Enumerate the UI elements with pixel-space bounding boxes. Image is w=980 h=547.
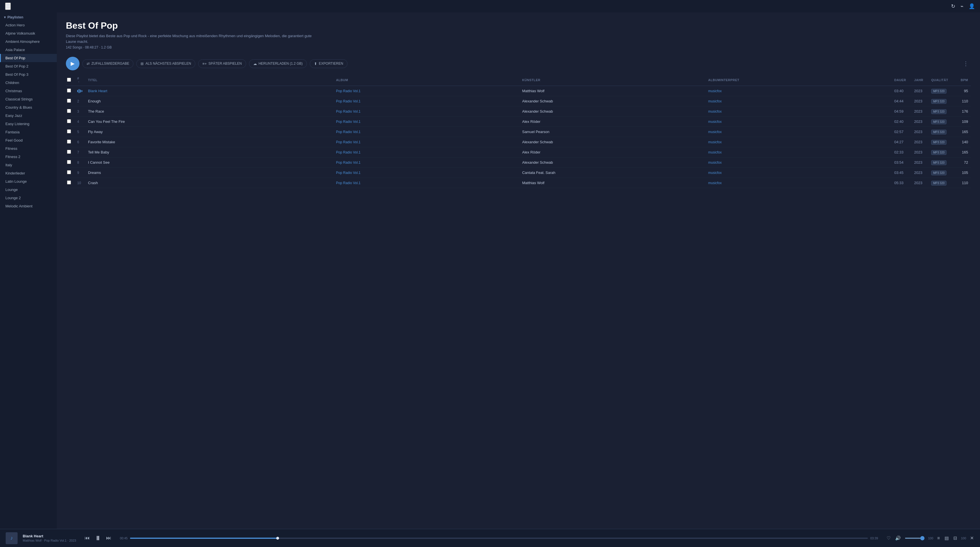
row-checkbox[interactable]: [67, 140, 71, 144]
progress-bar[interactable]: [130, 537, 868, 539]
sidebar-item-children[interactable]: Children: [0, 79, 57, 87]
col-header-quality[interactable]: QUALITÄT: [928, 75, 954, 86]
table-row[interactable]: 4Can You Feel The FirePop Radio Vol.1Ale…: [66, 117, 971, 127]
export-button[interactable]: ⬆ EXPORTIEREN: [310, 59, 347, 68]
activity-icon[interactable]: ⌁: [961, 3, 964, 10]
select-all-checkbox[interactable]: [67, 78, 71, 82]
volume-button[interactable]: 🔊: [894, 535, 901, 541]
row-checkbox[interactable]: [67, 129, 71, 133]
sidebar-item-best-of-pop-3[interactable]: Best Of Pop 3: [0, 70, 57, 79]
track-list-button[interactable]: ▤: [944, 535, 949, 541]
row-albumartist[interactable]: musicfox: [705, 96, 891, 106]
row-album[interactable]: Pop Radio Vol.1: [333, 117, 519, 127]
play-button[interactable]: ▶: [66, 57, 80, 70]
play-next-button[interactable]: ⊞ ALS NÄCHSTES ABSPIELEN: [136, 59, 195, 68]
row-checkbox[interactable]: [67, 119, 71, 123]
col-header-num[interactable]: # ↑: [75, 75, 85, 86]
row-title[interactable]: Fly Away: [85, 127, 333, 137]
sidebar-section-header[interactable]: ▾ Playlisten: [0, 13, 57, 21]
col-header-title[interactable]: TITEL: [85, 75, 333, 86]
row-albumartist[interactable]: musicfox: [705, 86, 891, 96]
row-title[interactable]: Blank Heart: [85, 86, 333, 96]
menu-button[interactable]: ☰: [5, 3, 11, 10]
row-album[interactable]: Pop Radio Vol.1: [333, 137, 519, 147]
sidebar-item-country-&-blues[interactable]: Country & Blues: [0, 103, 57, 111]
sidebar-item-ambient-atmosphere[interactable]: Ambient Atmosphere: [0, 38, 57, 46]
sidebar-item-classical-strings[interactable]: Classical Strings: [0, 95, 57, 103]
row-albumartist[interactable]: musicfox: [705, 117, 891, 127]
row-album[interactable]: Pop Radio Vol.1: [333, 106, 519, 117]
table-row[interactable]: 5Fly AwayPop Radio Vol.1Samuel Pearsonmu…: [66, 127, 971, 137]
table-row[interactable]: 2EnoughPop Radio Vol.1Alexander Schwabmu…: [66, 96, 971, 106]
sidebar-item-lounge[interactable]: Lounge: [0, 186, 57, 194]
row-title[interactable]: Favorite Mistake: [85, 137, 333, 147]
row-title[interactable]: The Race: [85, 106, 333, 117]
sidebar-item-latin-lounge[interactable]: Latin Lounge: [0, 177, 57, 186]
sidebar-item-christmas[interactable]: Christmas: [0, 87, 57, 95]
row-title[interactable]: Enough: [85, 96, 333, 106]
volume-slider[interactable]: [905, 537, 924, 539]
sidebar-item-lounge-2[interactable]: Lounge 2: [0, 194, 57, 202]
col-header-albumartist[interactable]: ALBUMINTERPRET: [705, 75, 891, 86]
row-title[interactable]: Crash: [85, 178, 333, 188]
sidebar-item-melodic-ambient[interactable]: Melodic Ambient: [0, 202, 57, 210]
play-later-button[interactable]: ≡+ SPÄTER ABSPIELEN: [198, 59, 246, 68]
sidebar-item-fantasia[interactable]: Fantasia: [0, 128, 57, 136]
row-albumartist[interactable]: musicfox: [705, 147, 891, 157]
row-title[interactable]: I Cannot See: [85, 157, 333, 168]
col-header-bpm[interactable]: BPM: [954, 75, 971, 86]
user-icon[interactable]: 👤: [969, 3, 975, 10]
table-row[interactable]: Blank HeartPop Radio Vol.1Matthias Wolfm…: [66, 86, 971, 96]
row-title[interactable]: Dreams: [85, 168, 333, 178]
row-albumartist[interactable]: musicfox: [705, 168, 891, 178]
sidebar-item-fitness[interactable]: Fitness: [0, 144, 57, 153]
row-albumartist[interactable]: musicfox: [705, 137, 891, 147]
sidebar-item-easy-jazz[interactable]: Easy Jazz: [0, 111, 57, 120]
sidebar-item-italy[interactable]: Italy: [0, 161, 57, 169]
row-checkbox[interactable]: [67, 109, 71, 113]
table-row[interactable]: 8I Cannot SeePop Radio Vol.1Alexander Sc…: [66, 157, 971, 168]
table-row[interactable]: 6Favorite MistakePop Radio Vol.1Alexande…: [66, 137, 971, 147]
row-album[interactable]: Pop Radio Vol.1: [333, 157, 519, 168]
row-albumartist[interactable]: musicfox: [705, 157, 891, 168]
heart-button[interactable]: ♡: [886, 535, 891, 541]
row-album[interactable]: Pop Radio Vol.1: [333, 127, 519, 137]
sidebar-item-best-of-pop[interactable]: Best Of Pop: [0, 54, 57, 62]
sidebar-item-best-of-pop-2[interactable]: Best Of Pop 2: [0, 62, 57, 70]
queue-list-button[interactable]: ≡: [937, 535, 940, 541]
col-header-check[interactable]: [66, 75, 75, 86]
row-checkbox[interactable]: [67, 150, 71, 154]
row-checkbox[interactable]: [67, 160, 71, 164]
row-album[interactable]: Pop Radio Vol.1: [333, 96, 519, 106]
sidebar-item-asia-palace[interactable]: Asia Palace: [0, 46, 57, 54]
row-albumartist[interactable]: musicfox: [705, 178, 891, 188]
download-button[interactable]: ☁ HERUNTERLADEN (1.2 GB): [249, 59, 307, 68]
next-button[interactable]: ⏭: [106, 534, 112, 542]
close-player-button[interactable]: ✕: [969, 535, 974, 541]
sidebar-item-fitness-2[interactable]: Fitness 2: [0, 153, 57, 161]
row-checkbox[interactable]: [67, 99, 71, 103]
col-header-year[interactable]: JAHR: [911, 75, 928, 86]
refresh-icon[interactable]: ↻: [951, 3, 955, 10]
prev-button[interactable]: ⏮: [84, 534, 90, 542]
row-checkbox[interactable]: [67, 170, 71, 174]
col-header-duration[interactable]: DAUER: [891, 75, 911, 86]
sidebar-item-easy-listening[interactable]: Easy Listening: [0, 120, 57, 128]
row-album[interactable]: Pop Radio Vol.1: [333, 86, 519, 96]
sidebar-item-feel-good[interactable]: Feel Good: [0, 136, 57, 144]
row-albumartist[interactable]: musicfox: [705, 127, 891, 137]
row-albumartist[interactable]: musicfox: [705, 106, 891, 117]
pause-button[interactable]: ⏸: [94, 534, 102, 542]
col-header-artist[interactable]: KÜNSTLER: [519, 75, 705, 86]
sidebar-item-alpine-volksmusik[interactable]: Alpine Volksmusik: [0, 29, 57, 38]
row-album[interactable]: Pop Radio Vol.1: [333, 147, 519, 157]
equalizer-button[interactable]: ⊟: [953, 535, 958, 541]
sidebar-item-action-hero[interactable]: Action Hero: [0, 21, 57, 29]
shuffle-button[interactable]: ⇄ ZUFALLSWIEDERGABE: [82, 59, 134, 68]
more-options-button[interactable]: ⋮: [961, 59, 971, 68]
row-album[interactable]: Pop Radio Vol.1: [333, 178, 519, 188]
table-row[interactable]: 3The RacePop Radio Vol.1Alexander Schwab…: [66, 106, 971, 117]
row-title[interactable]: Can You Feel The Fire: [85, 117, 333, 127]
row-album[interactable]: Pop Radio Vol.1: [333, 168, 519, 178]
row-title[interactable]: Tell Me Baby: [85, 147, 333, 157]
